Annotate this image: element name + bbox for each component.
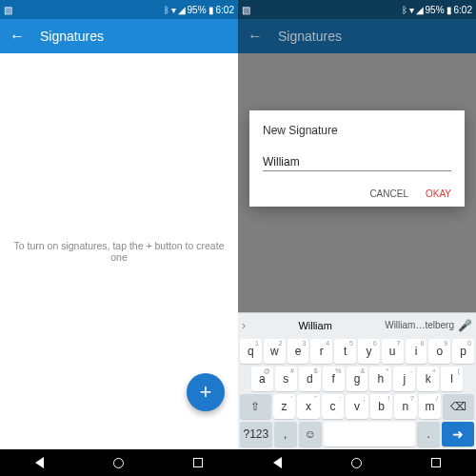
key-s[interactable]: s#: [275, 367, 297, 391]
dialog-actions: CANCEL OKAY: [263, 188, 451, 199]
signature-name-input[interactable]: [263, 153, 451, 171]
period-key[interactable]: .: [417, 422, 440, 446]
okay-button[interactable]: OKAY: [426, 188, 451, 199]
key-p[interactable]: p0: [452, 339, 474, 364]
key-n[interactable]: n?: [394, 394, 416, 419]
nav-recents-icon[interactable]: [431, 458, 441, 467]
empty-content: To turn on signatures, tap the + button …: [0, 53, 238, 449]
enter-key[interactable]: ➜: [442, 422, 474, 446]
screen-signatures-empty: ▧ ᛒ ▾ ◢ 95% ▮ 6:02 ← Signatures To turn …: [0, 0, 238, 476]
picture-icon: ▧: [242, 5, 250, 15]
key-i[interactable]: i8: [406, 339, 427, 364]
key-l[interactable]: l(: [441, 367, 463, 391]
symbols-key[interactable]: ?123: [240, 422, 272, 446]
cancel-button[interactable]: CANCEL: [369, 188, 408, 199]
key-g[interactable]: g&: [347, 367, 368, 391]
key-z[interactable]: z': [273, 394, 295, 419]
battery-text: 95%: [426, 5, 445, 15]
wifi-icon: ▾: [409, 5, 414, 15]
signal-icon: ◢: [416, 5, 424, 15]
screen-new-signature-dialog: ▧ ᛒ ▾ ◢ 95% ▮ 6:02 ← Signatures To turn …: [238, 0, 476, 476]
keyboard-area: › William William…telberg 🎤 q1w2e3r4t5y6…: [238, 312, 476, 449]
bluetooth-icon: ᛒ: [164, 5, 169, 15]
new-signature-dialog: New Signature CANCEL OKAY: [249, 110, 465, 207]
bluetooth-icon: ᛒ: [402, 5, 407, 15]
key-u[interactable]: u7: [382, 339, 404, 364]
key-d[interactable]: d$: [299, 367, 321, 391]
key-t[interactable]: t5: [334, 339, 356, 364]
android-nav-bar: [238, 449, 476, 476]
mic-icon[interactable]: 🎤: [458, 319, 472, 332]
key-a[interactable]: a@: [251, 367, 273, 391]
picture-icon: ▧: [4, 5, 12, 15]
nav-home-icon[interactable]: [351, 458, 362, 468]
key-c[interactable]: c:: [322, 394, 344, 419]
key-o[interactable]: o9: [428, 339, 450, 364]
key-v[interactable]: v;: [346, 394, 367, 419]
key-r[interactable]: r4: [310, 339, 332, 364]
android-nav-bar: [0, 449, 238, 476]
app-bar-title: Signatures: [40, 29, 104, 44]
chevron-right-icon[interactable]: ›: [242, 319, 246, 332]
clock-text: 6:02: [216, 5, 234, 15]
status-bar: ▧ ᛒ ▾ ◢ 95% ▮ 6:02: [238, 0, 476, 19]
key-x[interactable]: x": [297, 394, 319, 419]
battery-icon: ▮: [446, 5, 452, 15]
status-bar: ▧ ᛒ ▾ ◢ 95% ▮ 6:02: [0, 0, 238, 19]
key-q[interactable]: q1: [240, 339, 262, 364]
key-j[interactable]: j-: [393, 367, 415, 391]
keyboard: q1w2e3r4t5y6u7i8o9p0 a@s#d$f%g&h*j-k+l( …: [238, 337, 476, 449]
space-key[interactable]: [324, 422, 415, 446]
app-bar-title: Signatures: [278, 29, 342, 44]
app-bar: ← Signatures: [238, 19, 476, 53]
shift-key[interactable]: [240, 394, 271, 419]
battery-text: 95%: [188, 5, 207, 15]
suggestion-primary[interactable]: William: [249, 320, 381, 331]
key-k[interactable]: k+: [417, 367, 439, 391]
nav-back-icon[interactable]: [35, 457, 44, 468]
app-bar: ← Signatures: [0, 19, 238, 53]
nav-recents-icon[interactable]: [193, 458, 203, 467]
nav-home-icon[interactable]: [113, 458, 124, 468]
key-f[interactable]: f%: [323, 367, 345, 391]
key-y[interactable]: y6: [358, 339, 380, 364]
dimmed-content: To turn on signatures, tap the + button …: [238, 53, 476, 312]
comma-key[interactable]: ,: [274, 422, 297, 446]
empty-hint-text: To turn on signatures, tap the + button …: [11, 240, 227, 263]
back-arrow-icon[interactable]: ←: [248, 28, 263, 45]
wifi-icon: ▾: [171, 5, 176, 15]
back-arrow-icon[interactable]: ←: [10, 28, 25, 45]
dialog-title: New Signature: [263, 124, 451, 137]
suggestion-bar: › William William…telberg 🎤: [238, 312, 476, 337]
backspace-key[interactable]: [443, 394, 474, 419]
clock-text: 6:02: [454, 5, 472, 15]
suggestion-secondary[interactable]: William…telberg: [385, 320, 454, 330]
key-m[interactable]: m/: [419, 394, 441, 419]
emoji-key[interactable]: [299, 422, 322, 446]
signal-icon: ◢: [178, 5, 186, 15]
key-h[interactable]: h*: [369, 367, 391, 391]
battery-icon: ▮: [208, 5, 214, 15]
key-w[interactable]: w2: [264, 339, 286, 364]
fab-add-signature[interactable]: +: [187, 373, 225, 411]
key-b[interactable]: b!: [370, 394, 392, 419]
key-e[interactable]: e3: [288, 339, 309, 364]
fab-plus-icon: +: [200, 380, 212, 405]
nav-back-icon[interactable]: [273, 457, 282, 468]
